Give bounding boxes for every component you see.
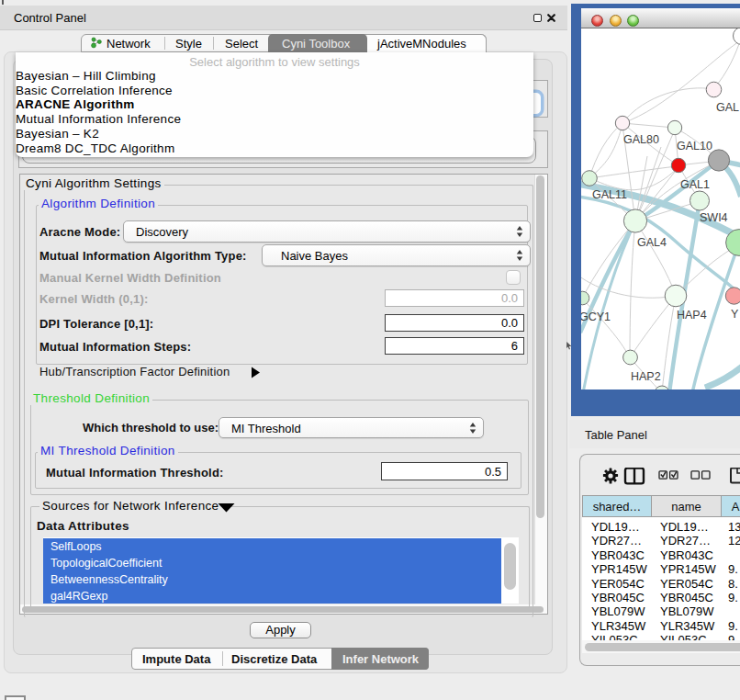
svg-text:GAL4: GAL4	[637, 236, 667, 249]
svg-text:GAL10: GAL10	[677, 140, 712, 152]
svg-text:GAL1: GAL1	[680, 178, 710, 191]
svg-text:GAL80: GAL80	[623, 133, 659, 146]
svg-text:GAL11: GAL11	[592, 188, 627, 201]
svg-text:Y: Y	[731, 308, 739, 321]
svg-text:SWI4: SWI4	[700, 211, 728, 224]
svg-text:GCY1: GCY1	[581, 310, 611, 323]
svg-text:GAL: GAL	[716, 101, 739, 114]
svg-text:HAP2: HAP2	[631, 370, 661, 383]
svg-text:HAP4: HAP4	[677, 309, 707, 322]
